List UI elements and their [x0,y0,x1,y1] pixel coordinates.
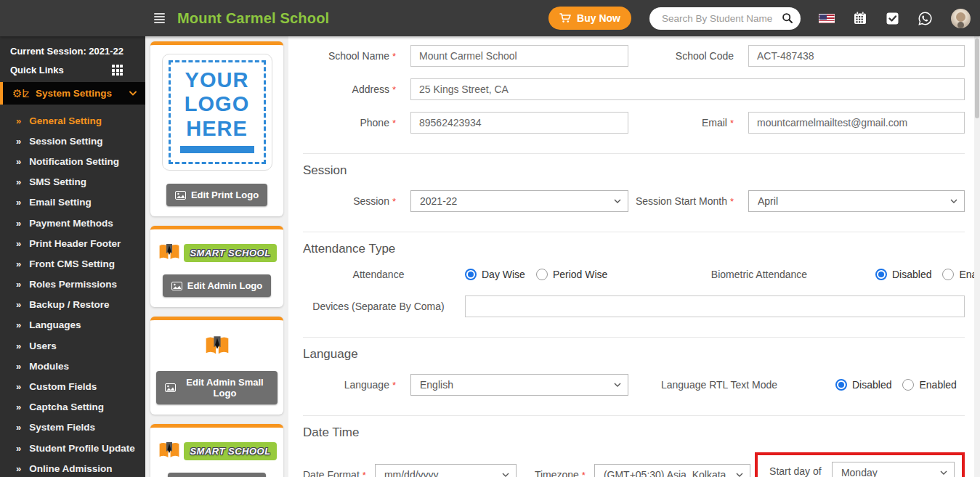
radio-unselected-icon [942,269,954,280]
double-chevron-icon [16,136,21,147]
session-start-month-select[interactable]: April [748,190,965,212]
user-avatar[interactable] [951,9,971,28]
sidebar-item-label: Notification Setting [29,156,119,167]
vertical-scrollbar[interactable] [974,36,980,477]
session-select[interactable]: 2021-22 [410,190,628,212]
edit-admin-small-logo-button[interactable]: Edit Admin Small Logo [156,371,278,404]
school-code-input[interactable] [748,45,965,67]
sidebar-item-online-admission[interactable]: Online Admission [0,458,145,477]
hamburger-menu-icon[interactable] [154,13,165,23]
sidebar-item-notification-setting[interactable]: Notification Setting [0,151,145,171]
sidebar-item-front-cms-setting[interactable]: Front CMS Setting [0,253,145,274]
timezone-select[interactable]: (GMT+05:30) Asia, Kolkata [594,464,750,477]
image-icon [165,383,176,392]
radio-label: Enabled [919,379,956,391]
book-pen-icon [157,242,182,263]
buy-now-button[interactable]: Buy Now [548,7,631,30]
whatsapp-icon[interactable] [918,11,933,26]
attendance-day-wise-radio[interactable]: Day Wise [465,269,525,280]
logo-placeholder-text: HERE [174,117,261,141]
sidebar-item-print-header-footer[interactable]: Print Header Footer [0,233,145,253]
date-format-select[interactable]: mm/dd/yyyy [375,464,517,477]
sidebar-menu: General Setting Session Setting Notifica… [0,105,145,477]
sidebar-item-label: Custom Fields [29,381,97,392]
attendance-period-wise-radio[interactable]: Period Wise [536,269,607,280]
sidebar-item-users[interactable]: Users [0,335,145,356]
image-icon [171,282,182,290]
rtl-enabled-radio[interactable]: Enabled [902,379,956,391]
email-input[interactable] [748,112,965,134]
language-select[interactable]: English [410,374,628,396]
quick-links-grid-icon[interactable] [112,65,123,76]
double-chevron-icon [16,319,21,330]
biometric-enabled-radio[interactable]: Enabled [942,269,974,280]
language-flag-icon[interactable] [819,14,835,23]
start-day-of-week-select[interactable]: Monday [832,462,955,477]
calendar-icon[interactable] [853,11,867,25]
sidebar-item-roles-permissions[interactable]: Roles Permissions [0,274,145,295]
chevron-down-icon [614,383,621,387]
edit-admin-logo-button[interactable]: Edit Admin Logo [163,274,272,297]
edit-app-logo-button[interactable]: Edit App Logo [168,473,265,477]
devices-label: Devices (Separate By Coma) [303,301,454,312]
top-navbar: Mount Carmel School Buy Now [0,0,980,36]
app-logo-card: SMART SCHOOL Edit App Logo [150,424,283,477]
sidebar-item-label: Modules [29,361,69,372]
sidebar-item-email-setting[interactable]: Email Setting [0,192,145,213]
double-chevron-icon [16,218,21,229]
radio-label: Day Wise [482,269,525,280]
logo-placeholder-text: YOUR [174,68,261,92]
sidebar-item-label: Email Setting [29,197,92,208]
double-chevron-icon [16,443,21,454]
sidebar-item-label: Print Header Footer [29,238,121,249]
sidebar-item-general-setting[interactable]: General Setting [0,110,145,131]
rtl-disabled-radio[interactable]: Disabled [835,379,891,391]
required-asterisk: * [392,84,396,95]
sidebar-item-languages[interactable]: Languages [0,315,145,335]
sidebar-item-student-profile-update[interactable]: Student Profile Update [0,438,145,458]
devices-input[interactable] [465,295,965,317]
radio-label: Disabled [852,379,891,391]
timezone-label: Timezone* [535,469,586,477]
timezone-value: (GMT+05:30) Asia, Kolkata [604,469,732,477]
biometric-disabled-radio[interactable]: Disabled [875,269,931,280]
student-search-box [649,7,801,30]
sidebar-item-captcha-setting[interactable]: Captcha Setting [0,397,145,417]
sidebar-item-custom-fields[interactable]: Custom Fields [0,376,145,396]
double-chevron-icon [16,381,21,392]
sidebar-item-session-setting[interactable]: Session Setting [0,131,145,151]
search-input[interactable] [660,12,782,25]
sidebar-item-sms-setting[interactable]: SMS Setting [0,172,145,192]
gears-icon: ⚙ʫ [12,88,29,99]
double-chevron-icon [16,299,21,310]
chevron-down-icon [614,199,621,203]
required-asterisk: * [392,51,396,62]
sidebar-item-system-fields[interactable]: System Fields [0,417,145,438]
sidebar-item-modules[interactable]: Modules [0,356,145,376]
session-section-heading: Session [303,163,965,178]
school-name-input[interactable] [410,45,628,67]
sidebar-section-label: System Settings [36,88,123,99]
sidebar-item-label: Student Profile Update [29,443,135,454]
todo-check-icon[interactable] [886,12,899,25]
radio-label: Enabled [959,269,974,280]
general-setting-form: School Name* School Code Address* Phone*… [288,36,974,477]
language-section-heading: Language [303,347,965,362]
start-day-of-week-label: Start day of week* [759,464,832,477]
edit-print-logo-button[interactable]: Edit Print Logo [166,184,267,206]
double-chevron-icon [16,279,21,290]
attendance-label: Attendance [303,269,454,280]
address-input[interactable] [410,78,965,100]
required-asterisk: * [392,380,396,391]
phone-input[interactable] [410,112,628,134]
sidebar-section-system-settings[interactable]: ⚙ʫ System Settings [0,82,145,105]
search-icon[interactable] [782,12,793,24]
required-asterisk: * [730,196,734,207]
chevron-down-icon [502,473,509,477]
sidebar-item-payment-methods[interactable]: Payment Methods [0,213,145,233]
sidebar-item-label: Front CMS Setting [29,258,115,269]
scrollbar-thumb[interactable] [975,38,979,118]
school-name-label: School Name* [303,50,396,62]
edit-admin-logo-label: Edit Admin Logo [187,280,263,291]
sidebar-item-backup-restore[interactable]: Backup / Restore [0,295,145,315]
